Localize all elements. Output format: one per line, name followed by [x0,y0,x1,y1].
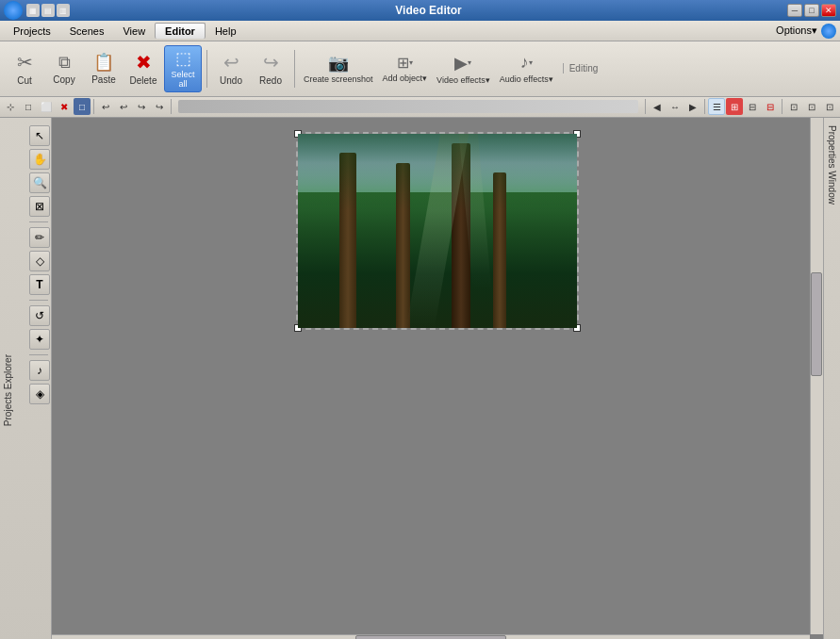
delete-button[interactable]: ✖ Delete [124,49,162,88]
video-effects-icon: ▶▾ [454,53,471,74]
stool-extra-2[interactable]: ⊡ [803,98,820,115]
menu-projects[interactable]: Projects [4,24,60,39]
secondary-toolbar: ⊹ □ ⬜ ✖ □ ↩ ↩ ↪ ↪ ◀ ↔ ▶ ☰ ⊞ ⊟ ⊟ ⊡ ⊡ ⊡ [0,97,840,118]
paste-button[interactable]: 📋 Paste [85,50,123,87]
stool-sep-2 [171,99,172,114]
tool-hand[interactable]: ✋ [29,149,50,170]
paste-label: Paste [91,74,116,85]
undo-button[interactable]: ↩ Undo [212,49,250,88]
tool-sep-2 [29,300,48,301]
stool-detail-view[interactable]: ⊟ [744,98,761,115]
redo-icon: ↪ [263,51,279,74]
canvas-image [298,134,577,328]
cut-label: Cut [17,75,32,86]
delete-icon: ✖ [136,51,152,74]
sys-icon-2: ▤ [41,4,55,17]
window-controls[interactable]: ─ □ ✕ [787,4,836,17]
stool-extra-3[interactable]: ⊡ [821,98,838,115]
redo-label: Redo [259,75,282,86]
tool-motion[interactable]: ◈ [29,384,50,404]
app-icon [4,1,23,20]
forest-scene [298,134,577,328]
video-effects-button[interactable]: ▶▾ Video effects▾ [433,51,494,87]
copy-button[interactable]: ⧉ Copy [45,51,83,87]
foliage-top [298,134,577,211]
tool-select[interactable]: ↖ [29,125,50,146]
delete-label: Delete [130,75,157,86]
tool-rotate[interactable]: ↺ [29,305,50,326]
cut-button[interactable]: ✂ Cut [6,49,43,88]
app-title: Video Editor [70,4,787,17]
stool-btn-3[interactable]: ⬜ [38,98,55,115]
stool-btn-8[interactable]: ↪ [133,98,150,115]
tool-shape[interactable]: ◇ [29,251,50,271]
minimize-button[interactable]: ─ [787,4,802,17]
tool-effects[interactable]: ✦ [29,329,50,350]
add-object-button[interactable]: ⊞▾ Add object▾ [379,52,432,85]
maximize-button[interactable]: □ [804,4,819,17]
add-object-label: Add object▾ [383,74,428,83]
properties-label: Properties Window [827,125,837,205]
tool-sep-3 [29,354,48,355]
help-icon [821,24,836,39]
canvas-vscrollbar[interactable] [810,118,823,634]
tool-audio[interactable]: ♪ [29,360,50,381]
stool-btn-2[interactable]: □ [20,98,37,115]
select-all-button[interactable]: ⬚ Selectall [164,45,202,92]
title-bar-left: ▦ ▤ ▥ [4,1,70,20]
audio-effects-button[interactable]: ♪▾ Audio effects▾ [496,51,557,86]
canvas-hscrollbar[interactable] [52,634,810,639]
close-button[interactable]: ✕ [821,4,836,17]
select-all-icon: ⬚ [175,48,191,69]
screenshot-button[interactable]: 📷 Create screenshot [300,51,377,87]
stool-btn-6[interactable]: ↩ [97,98,114,115]
screenshot-icon: 📷 [328,53,349,74]
copy-label: Copy [53,74,74,85]
menu-view[interactable]: View [113,24,155,39]
menu-help[interactable]: Help [206,24,246,39]
sys-icon-1: ▦ [26,4,40,17]
stool-extra-btns: ⊡ ⊡ ⊡ [785,98,838,115]
stool-sort-icon[interactable]: ⊟ [762,98,779,115]
stool-btn-4[interactable]: ✖ [56,98,73,115]
stool-btn-1[interactable]: ⊹ [2,98,19,115]
menu-editor[interactable]: Editor [155,23,206,39]
tool-text[interactable]: T [29,274,50,295]
tool-sep-1 [29,221,48,222]
left-tool-buttons: ↖ ✋ 🔍 ⊠ ✏ ◇ T ↺ ✦ ♪ ◈ [29,125,50,404]
stool-extra-1[interactable]: ⊡ [785,98,802,115]
audio-effects-label: Audio effects▾ [500,74,553,84]
stool-grid-view[interactable]: ⊞ [726,98,743,115]
undo-icon: ↩ [223,51,239,74]
tool-crop[interactable]: ⊠ [29,196,50,217]
options-menu[interactable]: Options▾ [776,25,817,37]
tool-pen[interactable]: ✏ [29,227,50,248]
stool-arrow-right[interactable]: ▶ [684,98,701,115]
stool-move-icon[interactable]: ↔ [667,98,684,115]
screenshot-label: Create screenshot [304,75,373,85]
stool-arrow-left[interactable]: ◀ [649,98,666,115]
stool-sep-3 [645,99,646,114]
tool-zoom[interactable]: 🔍 [29,172,50,193]
stool-sep-5 [782,99,782,114]
menu-bar: Projects Scenes View Editor Help Options… [0,21,840,41]
copy-icon: ⧉ [58,53,71,73]
right-sidebar: Properties Window [823,118,840,639]
menu-scenes[interactable]: Scenes [60,24,114,39]
stool-btn-5[interactable]: □ [74,98,91,115]
video-effects-label: Video effects▾ [436,75,490,85]
left-sidebar: Projects Explorer ↖ ✋ 🔍 ⊠ ✏ ◇ T ↺ ✦ ♪ ◈ [0,118,52,639]
stool-btn-9[interactable]: ↪ [151,98,168,115]
canvas-area[interactable] [52,118,823,639]
stool-btn-7[interactable]: ↩ [115,98,132,115]
menu-right: Options▾ [776,24,836,39]
canvas-hscrollbar-thumb[interactable] [355,635,507,639]
redo-button[interactable]: ↪ Redo [252,49,289,88]
editing-label: Editing [563,63,599,74]
canvas-vscrollbar-thumb[interactable] [811,272,822,376]
projects-explorer-label: Projects Explorer [3,354,13,426]
selected-object[interactable] [296,132,579,330]
stool-list-view[interactable]: ☰ [708,98,725,115]
stool-slider[interactable] [178,100,638,113]
cut-icon: ✂ [17,51,33,74]
